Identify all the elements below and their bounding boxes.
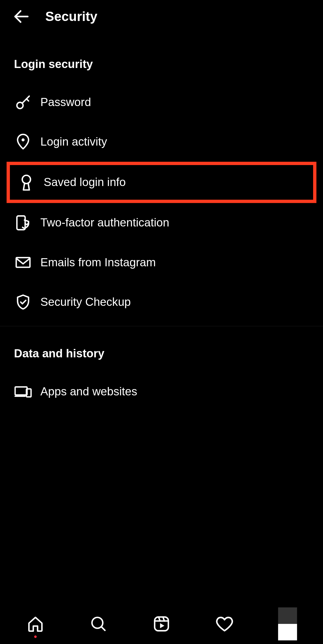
item-label: Security Checkup [40,295,131,309]
nav-activity[interactable] [204,604,245,644]
reels-icon [153,615,170,633]
bottom-nav [0,604,323,644]
section-title-login-security: Login security [0,58,323,83]
header: Security [0,0,323,33]
nav-profile[interactable] [267,604,308,644]
svg-marker-17 [160,623,164,628]
svg-point-5 [22,175,31,184]
keyhole-icon [17,173,36,192]
heart-icon [215,615,234,633]
item-label: Login activity [40,135,107,149]
svg-rect-8 [15,387,27,395]
svg-line-12 [101,627,105,631]
svg-rect-7 [16,258,30,267]
home-icon [27,615,44,633]
item-two-factor-auth[interactable]: Two-factor authentication [0,203,323,243]
item-emails-from-instagram[interactable]: Emails from Instagram [0,243,323,282]
profile-thumbnail [278,607,297,640]
content: Login security Password Login activity [0,33,323,411]
svg-point-4 [22,139,24,141]
key-icon [14,93,32,111]
svg-rect-13 [155,617,168,631]
arrow-left-icon [12,7,31,26]
mail-icon [14,253,32,272]
home-notification-dot [34,635,37,638]
item-label: Saved login info [44,176,126,189]
devices-icon [14,383,32,401]
item-label: Password [40,96,91,109]
item-security-checkup[interactable]: Security Checkup [0,282,323,322]
item-saved-login-info[interactable]: Saved login info [7,162,316,203]
nav-search[interactable] [78,604,119,644]
item-label: Apps and websites [40,385,137,398]
item-label: Two-factor authentication [40,216,169,229]
svg-line-3 [27,99,29,101]
item-apps-and-websites[interactable]: Apps and websites [0,372,323,411]
item-password[interactable]: Password [0,83,323,122]
item-login-activity[interactable]: Login activity [0,122,323,162]
back-button[interactable] [10,5,33,28]
shield-check-icon [14,293,32,311]
nav-home[interactable] [15,604,56,644]
section-title-data-history: Data and history [0,347,323,372]
pin-icon [14,133,32,151]
item-label: Emails from Instagram [40,256,156,269]
nav-reels[interactable] [141,604,182,644]
search-icon [90,615,107,633]
section-divider [0,326,323,326]
device-shield-icon [14,214,32,232]
page-title: Security [45,9,97,24]
